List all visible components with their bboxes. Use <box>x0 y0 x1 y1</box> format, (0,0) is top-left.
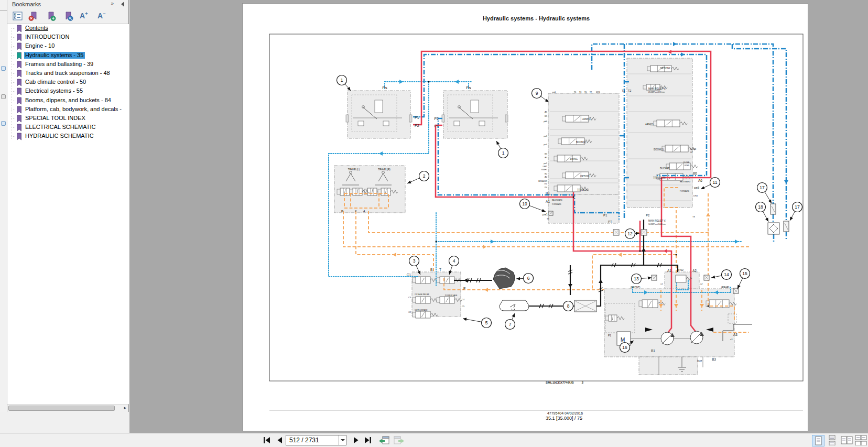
svg-text:14: 14 <box>724 272 729 277</box>
tree-stub <box>12 56 16 56</box>
bookmark-label[interactable]: Contents <box>24 25 50 31</box>
expand-current-bookmark-icon[interactable] <box>63 12 73 21</box>
schematic-label: B3 <box>712 357 716 361</box>
next-view-button[interactable] <box>393 436 405 444</box>
bookmark-item-0[interactable]: Contents <box>7 24 129 33</box>
schematic-label: P1 <box>608 334 611 337</box>
bookmark-label[interactable]: ELECTRICAL SCHEMATIC <box>24 124 97 130</box>
bookmark-label[interactable]: Engine - 10 <box>24 42 56 49</box>
previous-page-button[interactable] <box>275 436 285 444</box>
continuous-view-button[interactable] <box>826 435 839 446</box>
bookmark-icon <box>16 88 23 95</box>
schematic-label: A2 <box>692 269 697 272</box>
facing-view-button[interactable] <box>841 435 853 446</box>
footer-doc-number: 47795404 04/02/2016 <box>547 411 583 415</box>
schematic-label: a3 <box>730 338 733 341</box>
schematic-label: B3 <box>545 152 548 155</box>
schematic-label: C3 <box>408 296 411 299</box>
schematic-label: P2 <box>646 214 650 217</box>
new-bookmark-icon[interactable] <box>46 12 56 21</box>
page-number-input[interactable]: 512 / 2731 <box>286 435 346 445</box>
bookmark-item-1[interactable]: INTRODUCTION <box>7 33 129 42</box>
bookmark-item-3[interactable]: Hydraulic systems - 35 <box>7 51 129 60</box>
figure-number: 2 <box>582 381 583 384</box>
schematic-label: pb6 <box>544 120 547 123</box>
schematic-label: SWING <box>570 158 578 160</box>
schematic-label: (REAR) <box>721 286 730 289</box>
single-page-view-button[interactable] <box>812 435 824 446</box>
bookmark-item-6[interactable]: Cab climate control - 50 <box>7 78 129 87</box>
schematic-label: 2-STAGE RELIEF <box>415 293 429 296</box>
bookmark-icon <box>16 34 23 41</box>
bookmark-item-2[interactable]: Engine - 10 <box>7 42 129 51</box>
bookmark-item-8[interactable]: Booms, dippers, and buckets - 84 <box>7 96 129 105</box>
schematic-label: B6 <box>693 171 697 175</box>
schematic-label: B5 <box>545 115 548 117</box>
bookmark-label[interactable]: Cab climate control - 50 <box>24 79 88 85</box>
layers-tab-icon[interactable] <box>1 121 6 126</box>
svg-text:2: 2 <box>423 173 426 179</box>
panel-collapse-icon[interactable] <box>121 2 124 7</box>
schematic-label: a2 <box>700 282 703 285</box>
schematic-label: A3 <box>733 333 737 336</box>
page-dropdown-arrow-icon[interactable] <box>338 435 346 445</box>
svg-text:1: 1 <box>341 78 343 83</box>
schematic-label: T7 <box>590 91 592 93</box>
bookmark-label[interactable]: INTRODUCTION <box>24 34 71 40</box>
schematic-label: DR4 <box>693 194 698 197</box>
page-number-value: 512 / 2731 <box>289 437 319 444</box>
callout-1: 1 <box>337 75 351 91</box>
last-page-button[interactable] <box>363 436 373 444</box>
panel-expand-icon[interactable]: » <box>111 1 114 6</box>
hscrollbar-thumb[interactable] <box>8 406 115 411</box>
svg-text:7: 7 <box>509 322 512 327</box>
schematic-label: CLOSE <box>683 161 690 163</box>
callout-7: 7 <box>505 313 515 330</box>
previous-view-button[interactable] <box>378 436 390 444</box>
decrease-text-size-icon[interactable]: A− <box>97 11 105 20</box>
bookmarks-hscrollbar[interactable]: ▸ <box>7 404 129 412</box>
schematic-label: A1 <box>667 269 671 272</box>
bookmark-item-10[interactable]: SPECIAL TOOL INDEX <box>7 114 129 123</box>
callout-17: 17 <box>790 202 802 221</box>
bookmark-item-11[interactable]: ELECTRICAL SCHEMATIC <box>7 123 129 132</box>
callout-11: 11 <box>701 178 720 190</box>
hscroll-right-arrow-icon[interactable]: ▸ <box>124 405 126 410</box>
attachments-tab-icon[interactable] <box>1 94 6 99</box>
next-page-button[interactable] <box>351 436 361 444</box>
bookmark-label[interactable]: Electrical systems - 55 <box>24 88 84 94</box>
schematic-label: BACKWARD <box>552 199 563 201</box>
bookmark-item-9[interactable]: Platform, cab, bodywork, and decals - <box>7 105 129 114</box>
bookmark-label[interactable]: HYDRAULIC SCHEMATIC <box>24 133 95 139</box>
document-canvas[interactable]: 112345678910111213141516171817PsPsP1P2P2… <box>129 0 868 433</box>
bookmark-item-12[interactable]: HYDRAULIC SCHEMATIC <box>7 132 129 141</box>
bookmark-label[interactable]: Hydraulic systems - 35 <box>24 52 85 59</box>
schematic-label: OUT <box>697 360 702 363</box>
bookmark-label[interactable]: Frames and ballasting - 39 <box>24 61 95 68</box>
bookmark-label[interactable]: SPECIAL TOOL INDEX <box>24 115 87 122</box>
bookmark-label[interactable]: Platform, cab, bodywork, and decals - <box>24 106 123 113</box>
delete-bookmark-icon[interactable] <box>28 12 39 21</box>
bookmarks-tree: ContentsINTRODUCTIONEngine - 10Hydraulic… <box>7 24 129 404</box>
bookmark-item-5[interactable]: Tracks and track suspension - 48 <box>7 69 129 78</box>
bookmark-label[interactable]: Booms, dippers, and buckets - 84 <box>24 97 113 104</box>
schematic-label: pa1 <box>542 213 548 216</box>
first-page-button[interactable] <box>262 436 272 444</box>
schematic-label: POWER SAVE <box>445 295 458 297</box>
schematic-label: Ps <box>466 85 471 90</box>
bookmark-icon <box>16 70 23 78</box>
schematic-label: 34.3MPa at 144L/min <box>648 223 666 225</box>
bookmark-options-icon[interactable] <box>13 12 23 21</box>
schematic-label: T1 <box>622 89 625 92</box>
pages-tab-icon[interactable] <box>1 66 6 71</box>
schematic-label: T2 <box>628 89 631 92</box>
bookmark-label[interactable]: Tracks and track suspension - 48 <box>24 70 112 77</box>
bookmark-item-4[interactable]: Frames and ballasting - 39 <box>7 60 129 69</box>
bookmark-item-7[interactable]: Electrical systems - 55 <box>7 87 129 96</box>
schematic-label: DR1 <box>596 91 601 93</box>
continuous-facing-view-button[interactable] <box>855 435 867 446</box>
schematic-label: pa6 <box>694 186 700 189</box>
bookmark-icon <box>16 25 23 32</box>
callout-13: 13 <box>632 274 652 284</box>
increase-text-size-icon[interactable]: A+ <box>80 11 88 20</box>
